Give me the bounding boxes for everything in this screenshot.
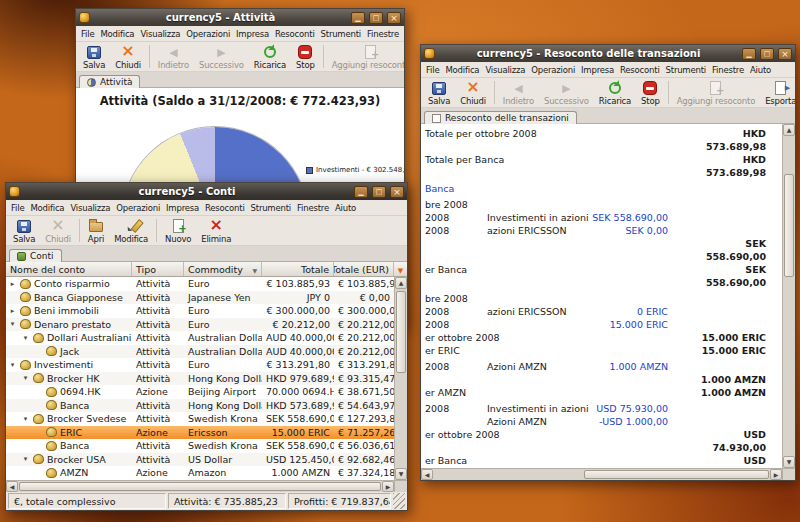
toolbar-button-stop[interactable]: Stop [291, 42, 320, 71]
report-amount-link[interactable]: 1.000 AMZN [609, 360, 668, 373]
menu-file[interactable]: File [423, 65, 442, 75]
tree-expander-expanded[interactable]: ▾ [8, 320, 17, 328]
scrollbar-trough[interactable] [18, 481, 382, 492]
maximize-button[interactable] [372, 186, 386, 198]
account-row-banca[interactable]: BancaAttivitàHong Kong DollarHKD 573.689… [6, 399, 394, 413]
minimize-button[interactable] [351, 12, 365, 24]
scroll-up-button[interactable] [783, 124, 795, 136]
tree-expander-expanded[interactable]: ▾ [21, 415, 30, 423]
tree-expander-collapsed[interactable]: ▸ [8, 307, 17, 315]
scrollbar-thumb[interactable] [584, 470, 769, 479]
tree-expander-collapsed[interactable]: ▸ [8, 280, 17, 288]
scroll-left-button[interactable] [6, 481, 18, 492]
toolbar-button-chiudi[interactable]: Chiudi [455, 78, 491, 107]
account-row-dollari-australiani[interactable]: ▾Dollari AustralianiAttivitàAustralian D… [6, 331, 394, 345]
scrollbar-trough[interactable] [433, 469, 770, 480]
report-account-link[interactable]: Banca [425, 182, 454, 195]
account-row-denaro-prestato[interactable]: ▾Denaro prestatoAttivitàEuro€ 20.212,00€… [6, 318, 394, 332]
menu-aiuto[interactable]: Aiuto [332, 203, 359, 213]
menu-visualizza[interactable]: Visualizza [67, 203, 113, 213]
report-amount-link[interactable]: 15.000 ERIC [610, 318, 668, 331]
column-options-button[interactable] [394, 262, 407, 276]
toolbar-button-salva[interactable]: Salva [78, 42, 110, 71]
toolbar-button-ricarica[interactable]: Ricarica [249, 42, 291, 71]
toolbar-button-salva[interactable]: Salva [423, 78, 455, 107]
toolbar-button-chiudi[interactable]: Chiudi [110, 42, 146, 71]
account-row-brocker-hk[interactable]: ▾Brocker HKAttivitàHong Kong DollarHKD 9… [6, 372, 394, 386]
toolbar-button-salva[interactable]: Salva [8, 216, 40, 245]
report-amount-link[interactable]: SEK 0,00 [626, 224, 668, 237]
tab-resoconto[interactable]: Resoconto delle transazioni [424, 111, 577, 124]
menu-impresa[interactable]: Impresa [578, 65, 617, 75]
resize-grip[interactable] [393, 493, 405, 509]
menu-visualizza[interactable]: Visualizza [137, 29, 183, 39]
menu-finestre[interactable]: Finestre [294, 203, 332, 213]
scroll-right-button[interactable] [770, 469, 782, 480]
toolbar-button-elimina[interactable]: Elimina [196, 216, 236, 245]
menu-strumenti[interactable]: Strumenti [248, 203, 294, 213]
tab-attivita[interactable]: Attività [79, 75, 140, 88]
minimize-button[interactable] [354, 186, 368, 198]
toolbar-button-esporta[interactable]: Esporta [760, 78, 795, 107]
toolbar-button-nuovo[interactable]: Nuovo [160, 216, 196, 245]
menu-operazioni[interactable]: Operazioni [113, 203, 163, 213]
account-row-banca[interactable]: BancaAttivitàSwedish KronaSEK 558.690,00… [6, 439, 394, 453]
tree-expander-expanded[interactable]: ▾ [8, 361, 17, 369]
column-header-totale[interactable]: Totale [262, 262, 334, 276]
column-header-nome-del-conto[interactable]: Nome del conto [6, 262, 132, 276]
menu-resoconti[interactable]: Resoconti [617, 65, 663, 75]
scrollbar-thumb[interactable] [784, 174, 794, 276]
tree-expander-expanded[interactable]: ▾ [21, 334, 30, 342]
tab-conti[interactable]: Conti [9, 249, 62, 262]
scroll-down-button[interactable] [395, 468, 407, 480]
report-amount-link[interactable]: USD 75.930,00 [596, 402, 668, 415]
toolbar-button-ricarica[interactable]: Ricarica [594, 78, 636, 107]
titlebar-conti[interactable]: currency5 - Conti [6, 183, 407, 200]
menu-visualizza[interactable]: Visualizza [482, 65, 528, 75]
toolbar-button-modifica[interactable]: Modifica [109, 216, 153, 245]
account-row-brocker-svedese[interactable]: ▾Brocker SvedeseAttivitàSwedish KronaSEK… [6, 412, 394, 426]
scrollbar-thumb[interactable] [396, 291, 406, 373]
maximize-button[interactable] [760, 48, 774, 60]
column-header-commodity[interactable]: Commodity [184, 262, 262, 276]
menu-modifica[interactable]: Modifica [97, 29, 137, 39]
close-button[interactable] [778, 48, 792, 60]
tree-expander-expanded[interactable]: ▾ [21, 374, 30, 382]
menu-modifica[interactable]: Modifica [27, 203, 67, 213]
account-row-0694-hk[interactable]: 0694.HKAzioneBeijing Airport70.000 0694.… [6, 385, 394, 399]
menu-impresa[interactable]: Impresa [233, 29, 272, 39]
menu-operazioni[interactable]: Operazioni [528, 65, 578, 75]
menu-resoconti[interactable]: Resoconti [202, 203, 248, 213]
tree-expander-expanded[interactable]: ▾ [21, 455, 30, 463]
scrollbar-trough[interactable] [783, 136, 795, 456]
menu-modifica[interactable]: Modifica [442, 65, 482, 75]
menu-finestre[interactable]: Finestre [709, 65, 747, 75]
menu-operazioni[interactable]: Operazioni [183, 29, 233, 39]
column-header-totale-eur[interactable]: Totale (EUR) [334, 262, 394, 276]
menu-strumenti[interactable]: Strumenti [663, 65, 709, 75]
scroll-down-button[interactable] [783, 456, 795, 468]
scroll-up-button[interactable] [395, 277, 407, 289]
menu-file[interactable]: File [8, 203, 27, 213]
menu-aiuto[interactable]: Aiuto [402, 29, 404, 39]
account-row-conto-risparmio[interactable]: ▸Conto risparmioAttivitàEuro€ 103.885,93… [6, 277, 394, 291]
scroll-left-button[interactable] [421, 469, 433, 480]
toolbar-button-apri[interactable]: Apri [83, 216, 109, 245]
maximize-button[interactable] [369, 12, 383, 24]
account-row-investimenti[interactable]: ▾InvestimentiAttivitàEuro€ 313.291,80€ 3… [6, 358, 394, 372]
menu-resoconti[interactable]: Resoconti [272, 29, 318, 39]
report-amount-link[interactable]: 0 ERIC [637, 305, 668, 318]
column-header-tipo[interactable]: Tipo [132, 262, 184, 276]
menu-finestre[interactable]: Finestre [364, 29, 402, 39]
minimize-button[interactable] [742, 48, 756, 60]
account-row-amzn[interactable]: AMZNAzioneAmazon1.000 AMZN€ 37.324,18 [6, 466, 394, 480]
menu-aiuto[interactable]: Aiuto [747, 65, 774, 75]
account-row-beni-immobili[interactable]: ▸Beni immobiliAttivitàEuro€ 300.000,00€ … [6, 304, 394, 318]
close-button[interactable] [390, 186, 404, 198]
toolbar-button-stop[interactable]: Stop [636, 78, 665, 107]
scrollbar-trough[interactable] [395, 289, 407, 468]
close-button[interactable] [387, 12, 401, 24]
titlebar-attivita[interactable]: currency5 - Attività [76, 9, 404, 26]
menu-file[interactable]: File [78, 29, 97, 39]
scrollbar-thumb[interactable] [19, 482, 381, 491]
